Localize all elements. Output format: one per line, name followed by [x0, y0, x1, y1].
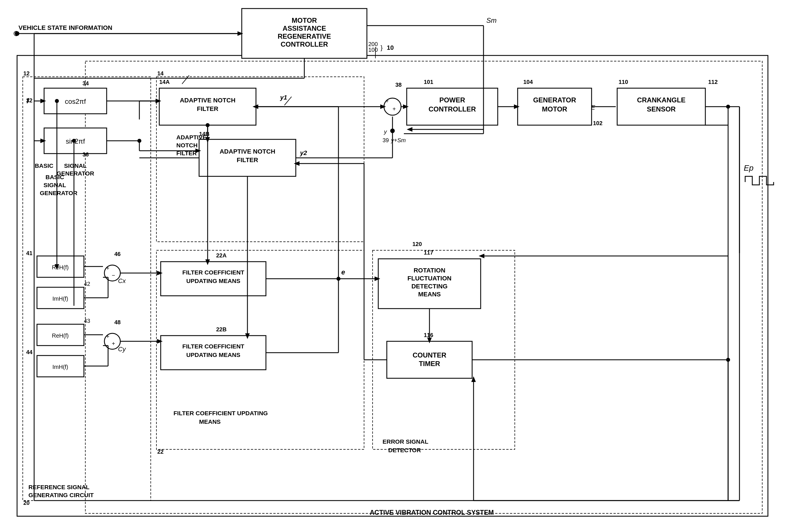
svg-text:112: 112 — [708, 79, 717, 85]
svg-text:20: 20 — [23, 500, 30, 506]
svg-text:117: 117 — [424, 249, 433, 256]
svg-text:ReH(f): ReH(f) — [52, 264, 69, 271]
svg-text:TIMER: TIMER — [419, 360, 440, 368]
svg-text:ROTATION: ROTATION — [414, 267, 445, 274]
svg-marker-71 — [407, 127, 412, 132]
svg-text:39: 39 — [382, 137, 389, 143]
svg-text:34: 34 — [83, 80, 89, 86]
svg-text:ADAPTIVE NOTCH: ADAPTIVE NOTCH — [180, 97, 235, 104]
svg-text:y2: y2 — [300, 149, 307, 156]
svg-text:+: + — [106, 265, 110, 271]
svg-text:REGENERATIVE: REGENERATIVE — [278, 32, 331, 40]
svg-point-104 — [55, 99, 59, 103]
svg-text:−: − — [112, 272, 115, 278]
svg-text:ERROR SIGNAL: ERROR SIGNAL — [382, 438, 428, 445]
svg-text:y+Sm: y+Sm — [391, 137, 406, 143]
svg-text:GENERATOR: GENERATOR — [533, 96, 576, 104]
svg-text:38: 38 — [395, 82, 402, 88]
svg-text:14: 14 — [157, 70, 164, 76]
svg-text:DETECTOR: DETECTOR — [388, 447, 421, 453]
svg-text:ReH(f): ReH(f) — [52, 332, 69, 339]
svg-text:ImH(f): ImH(f) — [52, 296, 68, 302]
svg-text:Ep: Ep — [744, 163, 753, 172]
svg-text:SIGNAL: SIGNAL — [64, 162, 87, 169]
svg-text:104: 104 — [523, 79, 533, 85]
svg-text:MEANS: MEANS — [418, 291, 440, 298]
svg-text:+: + — [392, 106, 396, 112]
svg-text:MEANS: MEANS — [199, 418, 221, 425]
svg-text:UPDATING MEANS: UPDATING MEANS — [186, 351, 240, 358]
svg-text:46: 46 — [114, 251, 120, 257]
svg-text:POWER: POWER — [439, 96, 465, 104]
svg-text:UPDATING MEANS: UPDATING MEANS — [186, 277, 240, 284]
svg-text:FILTER: FILTER — [237, 156, 258, 163]
svg-text:ImH(f): ImH(f) — [52, 364, 68, 370]
svg-text:ADAPTIVE NOTCH: ADAPTIVE NOTCH — [220, 148, 275, 155]
svg-text:MOTOR: MOTOR — [542, 105, 567, 113]
svg-text:120: 120 — [412, 241, 422, 247]
svg-text:36: 36 — [83, 151, 89, 158]
svg-text:Cx: Cx — [118, 277, 126, 284]
svg-text:+: + — [386, 98, 389, 104]
svg-text:102: 102 — [593, 120, 603, 126]
svg-text:116: 116 — [424, 332, 433, 338]
svg-text:100: 100 — [368, 47, 378, 53]
svg-marker-204 — [479, 254, 484, 258]
svg-text:48: 48 — [114, 319, 120, 325]
svg-text:Cy: Cy — [118, 346, 126, 353]
svg-text:FLUCTUATION: FLUCTUATION — [408, 275, 452, 282]
svg-text:y1: y1 — [280, 94, 287, 101]
svg-text:e: e — [341, 268, 345, 276]
svg-text:CONTROLLER: CONTROLLER — [429, 105, 476, 113]
svg-text:GENERATING CIRCUIT: GENERATING CIRCUIT — [28, 492, 94, 498]
svg-text:43: 43 — [84, 318, 90, 324]
svg-text:BASIC: BASIC — [45, 174, 64, 180]
svg-text:10: 10 — [387, 44, 394, 51]
svg-text:E: E — [591, 104, 595, 111]
svg-text:FILTER COEFFICIENT: FILTER COEFFICIENT — [182, 269, 244, 276]
svg-text:41: 41 — [26, 250, 32, 256]
svg-text:44: 44 — [26, 349, 33, 355]
svg-text:CRANKANGLE: CRANKANGLE — [637, 96, 686, 104]
svg-text:SENSOR: SENSOR — [647, 105, 676, 113]
svg-text:ADAPTIVE: ADAPTIVE — [176, 134, 206, 141]
svg-text:101: 101 — [424, 79, 433, 85]
svg-text:12: 12 — [23, 70, 30, 76]
svg-text:CONTROLLER: CONTROLLER — [281, 40, 328, 48]
diagram-container: MOTOR ASSISTANCE REGENERATIVE CONTROLLER… — [0, 0, 812, 531]
svg-text:Sm: Sm — [486, 16, 497, 24]
svg-text:42: 42 — [84, 281, 90, 287]
svg-text:+: + — [112, 341, 115, 347]
diagram-svg: MOTOR ASSISTANCE REGENERATIVE CONTROLLER… — [0, 0, 812, 531]
svg-text:VEHICLE STATE INFORMATION: VEHICLE STATE INFORMATION — [18, 24, 112, 31]
svg-text:ASSISTANCE: ASSISTANCE — [283, 25, 326, 32]
svg-text:DETECTING: DETECTING — [411, 283, 447, 290]
svg-text:COUNTER: COUNTER — [413, 351, 447, 359]
svg-text:14A: 14A — [159, 79, 170, 85]
svg-text:BASIC: BASIC — [35, 162, 53, 169]
svg-point-202 — [726, 105, 730, 109]
svg-text:GENERATOR: GENERATOR — [40, 190, 77, 196]
svg-text:NOTCH: NOTCH — [176, 142, 198, 148]
svg-text:SIGNAL: SIGNAL — [44, 182, 66, 188]
svg-text:22A: 22A — [216, 252, 227, 259]
svg-text:+: + — [106, 333, 110, 340]
svg-text:22: 22 — [157, 448, 163, 455]
svg-text:FILTER: FILTER — [197, 105, 218, 112]
svg-text:cos2πf: cos2πf — [65, 98, 86, 105]
svg-text:ACTIVE VIBRATION CONTROL SYSTE: ACTIVE VIBRATION CONTROL SYSTEM — [370, 509, 494, 516]
svg-text:y: y — [383, 129, 387, 135]
svg-text:MOTOR: MOTOR — [292, 16, 317, 24]
svg-text:FILTER COEFFICIENT: FILTER COEFFICIENT — [182, 343, 244, 349]
svg-text:}: } — [380, 44, 382, 51]
svg-point-107 — [72, 139, 76, 143]
svg-text:REFERENCE SIGNAL: REFERENCE SIGNAL — [28, 484, 90, 490]
svg-point-213 — [206, 123, 209, 127]
svg-text:110: 110 — [619, 79, 628, 85]
svg-text:200: 200 — [368, 41, 378, 47]
svg-text:FILTER COEFFICIENT UPDATING: FILTER COEFFICIENT UPDATING — [174, 410, 268, 416]
svg-text:FILTER: FILTER — [176, 150, 197, 156]
svg-text:22B: 22B — [216, 326, 227, 332]
